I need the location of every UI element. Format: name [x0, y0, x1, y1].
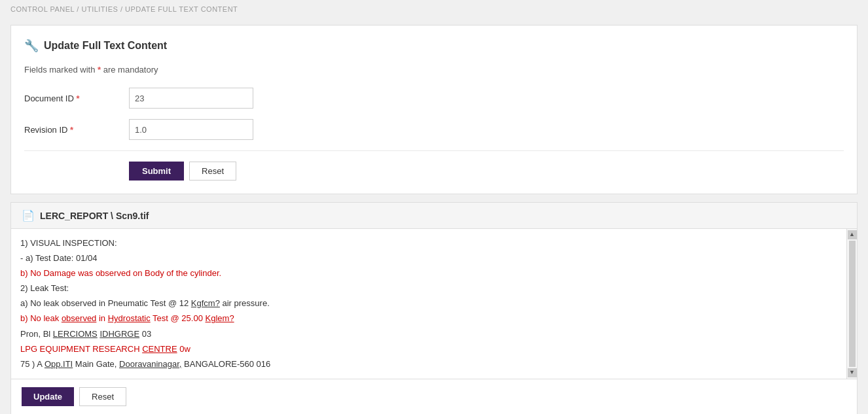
text-line: LPG EQUIPMENT RESEARCH CENTRE 0w [20, 342, 835, 356]
mandatory-asterisk: * [98, 65, 101, 75]
text-line: b) No Damage was observed on Body of the… [20, 266, 835, 281]
file-name: LERC_REPORT \ Scn9.tif [40, 211, 149, 221]
text-line: 1) VISUAL INSPECTION: [20, 236, 835, 250]
breadcrumb-item-control-panel: CONTROL PANEL [10, 5, 75, 13]
document-id-row: Document ID * [24, 88, 844, 109]
document-id-label: Document ID * [24, 94, 129, 103]
scroll-up-arrow[interactable]: ▲ [848, 230, 857, 239]
file-icon: 📄 [22, 209, 35, 222]
wrench-icon: 🔧 [24, 39, 39, 53]
bottom-button-row: Update Reset [10, 379, 858, 414]
page-title-row: 🔧 Update Full Text Content [24, 39, 844, 53]
file-header: 📄 LERC_REPORT \ Scn9.tif [10, 202, 858, 229]
reset-button[interactable]: Reset [189, 162, 236, 181]
breadcrumb-item-utilities: UTILITIES [81, 5, 118, 13]
submit-button[interactable]: Submit [129, 162, 184, 181]
form-button-row: Submit Reset [24, 162, 844, 181]
mandatory-note: Fields marked with * are mandatory [24, 65, 844, 75]
text-content-area: 1) VISUAL INSPECTION: - a) Test Date: 01… [10, 229, 858, 379]
scroll-thumb[interactable] [849, 241, 856, 367]
breadcrumb: CONTROL PANEL / UTILITIES / UPDATE FULL … [0, 0, 868, 18]
document-id-input[interactable] [129, 88, 253, 109]
file-section: 📄 LERC_REPORT \ Scn9.tif 1) VISUAL INSPE… [10, 202, 858, 414]
breadcrumb-separator: / [120, 5, 125, 13]
text-line: Pron, Bl LERCIOMS IDHGRGE 03 [20, 327, 835, 341]
update-button[interactable]: Update [22, 387, 74, 406]
text-line: 75 ) A Opp.ITI Main Gate, Dooravaninagar… [20, 357, 835, 371]
text-line: b) No leak observed in Hydrostatic Test … [20, 311, 835, 326]
breadcrumb-item-update: UPDATE FULL TEXT CONTENT [125, 5, 238, 13]
text-line: a) No leak observed in Pneumatic Test @ … [20, 296, 835, 311]
form-card: 🔧 Update Full Text Content Fields marked… [10, 25, 858, 194]
text-line: 2) Leak Test: [20, 281, 835, 296]
page-title-text: Update Full Text Content [44, 40, 167, 52]
revision-id-label: Revision ID * [24, 125, 129, 135]
text-line: - a) Test Date: 01/04 [20, 251, 835, 266]
text-lines: 1) VISUAL INSPECTION: - a) Test Date: 01… [20, 236, 848, 371]
scrollbar[interactable]: ▲ ▼ [846, 229, 857, 379]
scroll-down-arrow[interactable]: ▼ [848, 368, 857, 377]
revision-id-row: Revision ID * [24, 119, 844, 140]
bottom-reset-button[interactable]: Reset [79, 387, 126, 406]
revision-id-input[interactable] [129, 119, 253, 140]
